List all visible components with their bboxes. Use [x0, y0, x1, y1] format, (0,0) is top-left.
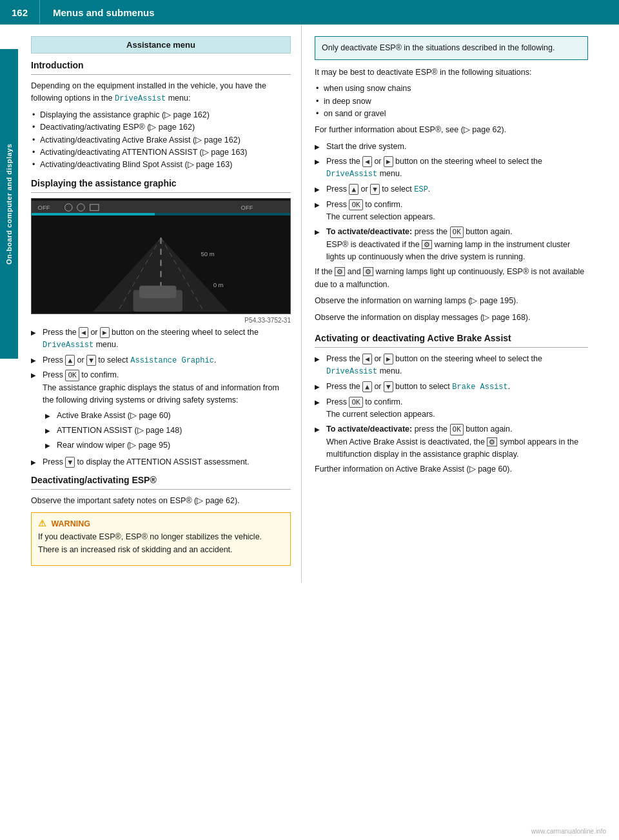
intro-text: Depending on the equipment installed in … — [31, 80, 291, 105]
assistance-graphic-image: 50 m 0 m OFF OFF — [31, 198, 291, 314]
page-body: Assistance menu Introduction Depending o… — [0, 25, 619, 583]
info-box: Only deactivate ESP® in the situations d… — [315, 36, 588, 60]
list-item: Rear window wiper (▷ page 95) — [45, 439, 291, 452]
warning-box: ⚠ WARNING If you deactivate ESP®, ESP® n… — [31, 512, 291, 566]
list-item: Press the ◀ or ▶ button on the steering … — [315, 155, 588, 181]
list-item: Press OK to confirm. The current selecti… — [315, 396, 588, 421]
list-item: ATTENTION ASSIST (▷ page 148) — [45, 425, 291, 437]
further-brake-ref: Further information on Active Brake Assi… — [315, 463, 588, 475]
page-title: Menus and submenus — [40, 7, 155, 18]
display-divider — [31, 192, 291, 193]
intro-bullet-list: Displaying the assistance graphic (▷ pag… — [31, 109, 291, 172]
assistance-menu-box: Assistance menu — [31, 36, 291, 54]
svg-text:50 m: 50 m — [201, 250, 215, 257]
list-item: Press OK to confirm. The current selecti… — [315, 199, 588, 224]
list-item: Activating/deactivating ATTENTION ASSIST… — [31, 146, 291, 159]
list-item: Press the ◀ or ▶ button on the steering … — [31, 326, 291, 352]
deact-intro: It may be best to deactivate ESP® in the… — [315, 66, 588, 79]
svg-text:OFF: OFF — [241, 204, 253, 211]
page-number: 162 — [0, 0, 40, 25]
display-steps-list: Press the ◀ or ▶ button on the steering … — [31, 326, 291, 468]
list-item: Start the drive system. — [315, 141, 588, 153]
page-header: 162 Menus and submenus — [0, 0, 619, 25]
list-item: Press ▲ or ▼ to select ESP. — [315, 183, 588, 196]
deact-esp-heading: Deactivating/activating ESP® — [31, 475, 291, 485]
further-esp-ref: For further information about ESP®, see … — [315, 124, 588, 136]
lamp-note: If the ⚙ and ⚙ warning lamps light up co… — [315, 266, 588, 291]
list-item: Press the ◀ or ▶ button on the steering … — [315, 353, 588, 378]
display-heading: Displaying the assistance graphic — [31, 178, 291, 188]
warning-text: If you deactivate ESP®, ESP® no longer s… — [38, 531, 284, 556]
list-item: Displaying the assistance graphic (▷ pag… — [31, 109, 291, 121]
intro-divider — [31, 74, 291, 75]
left-column: Assistance menu Introduction Depending o… — [18, 25, 302, 583]
list-item: Press OK to confirm. The assistance grap… — [31, 369, 291, 452]
observe-display-msg: Observe the information on display messa… — [315, 312, 588, 324]
esp-safety-note: Observe the important safety notes on ES… — [31, 495, 291, 507]
list-item: Press ▲ or ▼ to select Assistance Graphi… — [31, 354, 291, 367]
svg-text:OFF: OFF — [38, 204, 50, 211]
brake-divider — [315, 347, 588, 348]
brake-steps-list: Press the ◀ or ▶ button on the steering … — [315, 353, 588, 461]
list-item: Press the ▲ or ▼ button to select Brake … — [315, 381, 588, 394]
list-item: To activate/deactivate: press the OK but… — [315, 423, 588, 461]
list-item: Deactivating/activating ESP® (▷ page 162… — [31, 121, 291, 134]
list-item: when using snow chains — [315, 83, 588, 95]
warning-title: ⚠ WARNING — [38, 518, 284, 528]
watermark: www.carmanualonline.info — [531, 828, 606, 835]
intro-heading: Introduction — [31, 60, 291, 70]
list-item: To activate/deactivate: press the OK but… — [315, 226, 588, 263]
observe-warning-lamps: Observe the information on warning lamps… — [315, 295, 588, 307]
svg-rect-8 — [139, 286, 176, 298]
list-item: Activating/deactivating Active Brake Ass… — [31, 134, 291, 146]
list-item: Active Brake Assist (▷ page 60) — [45, 410, 291, 422]
image-caption: P54.33-3752-31 — [31, 317, 291, 324]
situations-list: when using snow chains in deep snow on s… — [315, 83, 588, 120]
svg-rect-16 — [32, 213, 155, 215]
warning-icon: ⚠ — [38, 518, 46, 528]
deact-divider — [31, 489, 291, 490]
svg-text:0 m: 0 m — [213, 281, 224, 288]
list-item: in deep snow — [315, 95, 588, 108]
list-item: Press ▼ to display the ATTENTION ASSIST … — [31, 456, 291, 468]
list-item: on sand or gravel — [315, 108, 588, 120]
active-brake-heading: Activating or deactivating Active Brake … — [315, 333, 588, 343]
right-column: Only deactivate ESP® in the situations d… — [302, 25, 601, 583]
list-item: Activating/deactivating Blind Spot Assis… — [31, 159, 291, 171]
esp-steps-list: Start the drive system. Press the ◀ or ▶… — [315, 141, 588, 264]
